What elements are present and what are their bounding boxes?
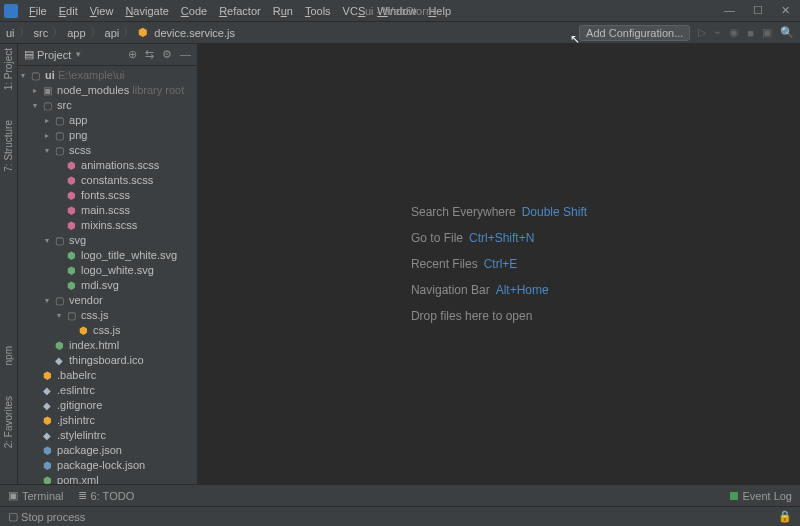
welcome-line: Go to File	[411, 231, 463, 245]
status-text: Stop process	[21, 511, 85, 523]
search-icon[interactable]: 🔍	[780, 26, 794, 39]
maximize-icon[interactable]: ☐	[753, 4, 763, 17]
project-tree[interactable]: ▾▢ ui E:\example\ui ▸▣ node_modules libr…	[18, 66, 197, 484]
tree-vendor[interactable]: ▾▢ vendor	[18, 293, 197, 308]
tool-tab-project[interactable]: 1: Project	[3, 48, 14, 90]
title-bar: File Edit View Navigate Code Refactor Ru…	[0, 0, 800, 22]
terminal-icon: ▣	[8, 489, 18, 502]
menu-navigate[interactable]: Navigate	[120, 5, 173, 17]
welcome-panel: Search EverywhereDouble Shift Go to File…	[411, 199, 587, 329]
event-log-tab[interactable]: Event Log	[730, 490, 792, 502]
tree-scss[interactable]: ▾▢ scss	[18, 143, 197, 158]
tree-file[interactable]: ⬢ animations.scss	[18, 158, 197, 173]
tool-tab-structure[interactable]: 7: Structure	[3, 120, 14, 172]
scroll-from-source-icon[interactable]: ⊕	[128, 48, 137, 61]
bottom-tool-bar: ▣Terminal ≣6: TODO Event Log	[0, 484, 800, 506]
hide-panel-icon[interactable]: —	[180, 48, 191, 61]
tree-cssjs-folder[interactable]: ▾▢ css.js	[18, 308, 197, 323]
status-bar: ▢ Stop process 🔒	[0, 506, 800, 526]
tree-root[interactable]: ▾▢ ui E:\example\ui	[18, 68, 197, 83]
crumb-app[interactable]: app	[67, 27, 85, 39]
shortcut: Ctrl+E	[484, 257, 518, 271]
project-view-dropdown-icon[interactable]: ▼	[74, 50, 82, 59]
tree-file[interactable]: ⬢ pom.xml	[18, 473, 197, 484]
menu-tools[interactable]: Tools	[300, 5, 336, 17]
stop-icon[interactable]: ■	[747, 27, 754, 39]
welcome-line: Recent Files	[411, 257, 478, 271]
window-controls: — ☐ ✕	[724, 4, 796, 17]
settings-icon[interactable]: ⚙	[162, 48, 172, 61]
tree-file[interactable]: ⬢ constants.scss	[18, 173, 197, 188]
tree-file[interactable]: ⬢ index.html	[18, 338, 197, 353]
event-log-icon	[730, 492, 738, 500]
tree-file[interactable]: ◆ .eslintrc	[18, 383, 197, 398]
tree-file[interactable]: ⬢ mdi.svg	[18, 278, 197, 293]
debug-icon[interactable]: ⌁	[714, 26, 721, 39]
tree-file[interactable]: ⬢ package-lock.json	[18, 458, 197, 473]
tree-file[interactable]: ◆ .gitignore	[18, 398, 197, 413]
tree-file[interactable]: ◆ thingsboard.ico	[18, 353, 197, 368]
app-logo-icon	[4, 4, 18, 18]
todo-icon: ≣	[78, 489, 87, 502]
menu-refactor[interactable]: Refactor	[214, 5, 266, 17]
terminal-tab[interactable]: ▣Terminal	[8, 489, 64, 502]
menu-edit[interactable]: Edit	[54, 5, 83, 17]
tree-file[interactable]: ⬢ package.json	[18, 443, 197, 458]
project-panel-header: ▤ Project ▼ ⊕ ⇆ ⚙ —	[18, 44, 197, 66]
add-configuration-button[interactable]: ↖ Add Configuration...	[579, 25, 690, 41]
layout-icon[interactable]: ▣	[762, 26, 772, 39]
editor-area[interactable]: Search EverywhereDouble Shift Go to File…	[198, 44, 800, 484]
navigation-bar: ui〉 src〉 app〉 api〉 ⬢ device.service.js ↖…	[0, 22, 800, 44]
run-icon[interactable]: ▷	[698, 26, 706, 39]
welcome-line: Navigation Bar	[411, 283, 490, 297]
menu-file[interactable]: File	[24, 5, 52, 17]
tree-file[interactable]: ⬢ .jshintrc	[18, 413, 197, 428]
crumb-file[interactable]: device.service.js	[154, 27, 235, 39]
tree-file[interactable]: ⬢ mixins.scss	[18, 218, 197, 233]
shortcut: Alt+Home	[496, 283, 549, 297]
welcome-line: Drop files here to open	[411, 309, 532, 323]
project-tool-window: ▤ Project ▼ ⊕ ⇆ ⚙ — ▾▢ ui E:\example\ui …	[18, 44, 198, 484]
tree-file[interactable]: ◆ .stylelintrc	[18, 428, 197, 443]
menu-view[interactable]: View	[85, 5, 119, 17]
tree-file[interactable]: ⬢ fonts.scss	[18, 188, 197, 203]
tree-svg[interactable]: ▾▢ svg	[18, 233, 197, 248]
tree-src[interactable]: ▾▢ src	[18, 98, 197, 113]
status-button-icon[interactable]: ▢	[8, 510, 18, 523]
menu-code[interactable]: Code	[176, 5, 212, 17]
tree-png[interactable]: ▸▢ png	[18, 128, 197, 143]
breadcrumbs[interactable]: ui〉 src〉 app〉 api〉 ⬢ device.service.js	[6, 25, 235, 40]
todo-tab[interactable]: ≣6: TODO	[78, 489, 135, 502]
minimize-icon[interactable]: —	[724, 4, 735, 17]
close-icon[interactable]: ✕	[781, 4, 790, 17]
project-panel-title[interactable]: Project	[37, 49, 71, 61]
tree-file[interactable]: ⬢ logo_title_white.svg	[18, 248, 197, 263]
window-title: ui - WebStorm	[365, 5, 435, 17]
tree-file[interactable]: ⬢ css.js	[18, 323, 197, 338]
tool-tab-npm[interactable]: npm	[3, 346, 14, 365]
collapse-all-icon[interactable]: ⇆	[145, 48, 154, 61]
tree-app[interactable]: ▸▢ app	[18, 113, 197, 128]
js-file-icon: ⬢	[138, 26, 148, 39]
tree-file[interactable]: ⬢ logo_white.svg	[18, 263, 197, 278]
crumb-src[interactable]: src	[34, 27, 49, 39]
tree-node-modules[interactable]: ▸▣ node_modules library root	[18, 83, 197, 98]
left-tool-bar: 1: Project 7: Structure npm 2: Favorites	[0, 44, 18, 484]
shortcut: Double Shift	[522, 205, 587, 219]
menu-run[interactable]: Run	[268, 5, 298, 17]
tree-file[interactable]: ⬢ main.scss	[18, 203, 197, 218]
tree-file[interactable]: ⬢ .babelrc	[18, 368, 197, 383]
project-view-icon: ▤	[24, 48, 34, 61]
lock-icon[interactable]: 🔒	[778, 510, 792, 523]
shortcut: Ctrl+Shift+N	[469, 231, 534, 245]
crumb-api[interactable]: api	[105, 27, 120, 39]
tool-tab-favorites[interactable]: 2: Favorites	[3, 396, 14, 448]
main-area: 1: Project 7: Structure npm 2: Favorites…	[0, 44, 800, 484]
welcome-line: Search Everywhere	[411, 205, 516, 219]
crumb-root[interactable]: ui	[6, 27, 15, 39]
coverage-icon[interactable]: ◉	[729, 26, 739, 39]
